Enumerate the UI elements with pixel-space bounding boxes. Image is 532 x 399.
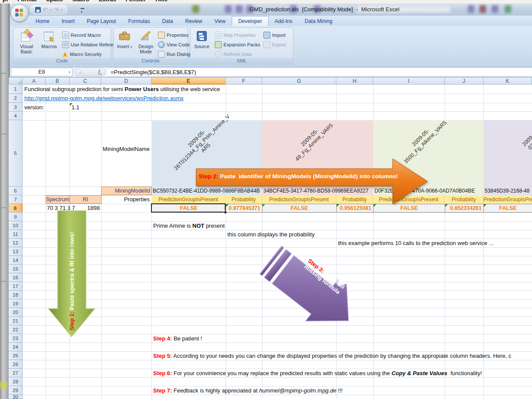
row-header-15[interactable]: 15 — [9, 265, 23, 273]
excel-screenshot: ptFormatSpalteMakroExtrasFensterHilfe GM… — [0, 0, 532, 399]
row-header-14[interactable]: 14 — [9, 256, 23, 265]
row-header-23[interactable]: 23 — [9, 334, 23, 343]
row-header-30[interactable]: 30 — [9, 395, 23, 399]
office-logo-icon — [15, 9, 23, 16]
row-header-13[interactable]: 13 — [9, 247, 23, 256]
cell-e23-step4[interactable]: Step 4: Be patient ! — [153, 334, 202, 343]
gridline — [23, 213, 532, 213]
column-header-E[interactable]: E — [151, 77, 226, 85]
column-header-A[interactable]: A — [23, 77, 46, 85]
row-header-20[interactable]: 20 — [9, 308, 23, 317]
row-header-25[interactable]: 25 — [9, 351, 23, 360]
formula-audit-marker — [445, 204, 448, 207]
cell-K7[interactable]: PredictionGroupIsPresent — [483, 195, 532, 204]
row-header-19[interactable]: 19 — [9, 299, 23, 308]
row-header-10[interactable]: 10 — [9, 221, 23, 230]
cell-comment-marker — [70, 103, 72, 106]
gridline — [46, 85, 46, 399]
cell-e25-step5[interactable]: Step 5: According to your needs you can … — [153, 352, 511, 360]
row-header-24[interactable]: 24 — [9, 343, 23, 351]
row-header-16[interactable]: 16 — [9, 273, 23, 282]
cell-e27-step6[interactable]: Step 6: For your convinience you may rep… — [153, 369, 482, 378]
step3-arrow-shape[interactable] — [268, 239, 372, 339]
row-header-18[interactable]: 18 — [9, 291, 23, 299]
column-header-G[interactable]: G — [262, 77, 336, 85]
office-button[interactable] — [10, 4, 29, 22]
column-header-I[interactable]: I — [373, 77, 445, 85]
row-header-1[interactable]: 1 — [9, 85, 23, 94]
column-header-D[interactable]: D — [101, 77, 151, 85]
column-header-K[interactable]: K — [483, 77, 532, 85]
cell-c7[interactable]: RI — [69, 195, 102, 204]
cell-a2-hyperlink[interactable]: http://gmd.mpimp-golm.mpg.de/webservices… — [24, 94, 184, 103]
cell-b7[interactable]: Spectrum — [46, 195, 70, 204]
column-header-J[interactable]: J — [445, 77, 483, 85]
cell-c3[interactable]: 1.1 — [72, 103, 79, 112]
row-header-5[interactable]: 5 — [9, 120, 23, 186]
row-header-2[interactable]: 2 — [9, 94, 23, 103]
row-header-29[interactable]: 29 — [9, 386, 23, 395]
step1-arrow-label: Step 1: Paste spectra & RI into rows! — [69, 210, 75, 330]
cell-K8[interactable]: FALSE — [483, 204, 532, 213]
cell-d6[interactable]: MiningModelId — [101, 186, 152, 195]
cell-f11[interactable]: this column displays the probability — [227, 230, 315, 239]
gridline — [23, 111, 532, 112]
gridline — [23, 103, 532, 103]
gridline — [23, 343, 532, 343]
row-header-7[interactable]: 7 — [9, 195, 23, 204]
row-header-28[interactable]: 28 — [9, 377, 23, 386]
row-header-12[interactable]: 12 — [9, 239, 23, 247]
row-header-3[interactable]: 3 — [9, 103, 23, 111]
fill-handle[interactable] — [224, 211, 227, 214]
cell-d7[interactable]: Properties — [101, 195, 150, 204]
row-header-4[interactable]: 4 — [9, 111, 23, 120]
row-header-8[interactable]: 8 — [9, 204, 23, 213]
cell-a3[interactable]: version: — [24, 103, 44, 112]
row-header-11[interactable]: 11 — [9, 230, 23, 239]
row-header-26[interactable]: 26 — [9, 360, 23, 369]
gridline — [23, 221, 532, 222]
row-header-27[interactable]: 27 — [9, 369, 23, 377]
column-header-F[interactable]: F — [226, 77, 262, 85]
cell-e10[interactable]: Prime Amine is NOT present — [153, 222, 225, 230]
cell-J8[interactable]: 0.852334261 — [445, 204, 484, 213]
cell-e29-step7[interactable]: Step 7: Feedback is highly appreciated a… — [153, 386, 343, 395]
step2-arrow-label: Step 2: Paste identifier of MiningModels… — [199, 170, 390, 183]
row-header-21[interactable]: 21 — [9, 317, 23, 325]
cell-d5[interactable]: MiningModelName — [101, 145, 150, 154]
cell-K6[interactable]: 53845D39-2168-48 — [485, 186, 532, 195]
row-header-22[interactable]: 22 — [9, 325, 23, 334]
cell-J7[interactable]: Probability — [445, 195, 483, 204]
row-header-9[interactable]: 9 — [9, 213, 23, 221]
column-header-C[interactable]: C — [69, 77, 101, 85]
column-header-B[interactable]: B — [46, 77, 69, 85]
column-header-H[interactable]: H — [336, 77, 373, 85]
row-header-6[interactable]: 6 — [9, 186, 23, 195]
cell-a1[interactable]: Functional subgroup prediction for semi … — [24, 85, 220, 94]
formula-audit-marker — [484, 204, 486, 207]
gridline — [101, 85, 102, 399]
row-header-17[interactable]: 17 — [9, 282, 23, 291]
